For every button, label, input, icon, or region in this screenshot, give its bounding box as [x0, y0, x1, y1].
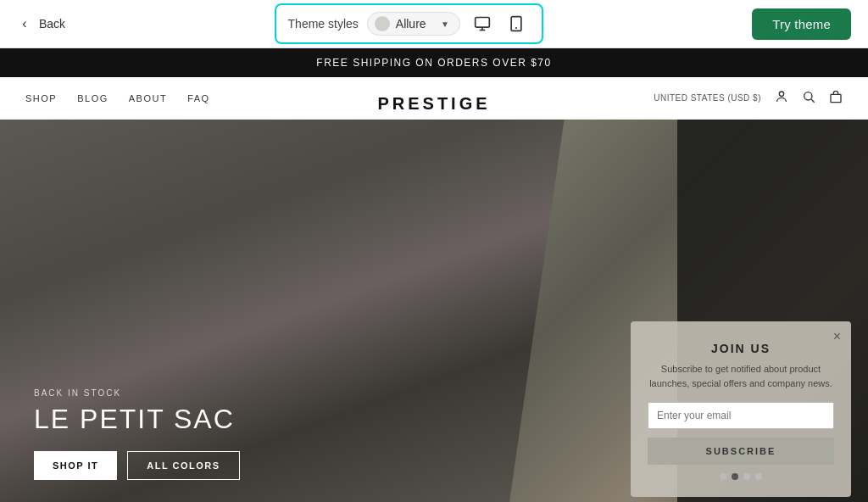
mobile-view-button[interactable]	[503, 10, 530, 37]
svg-point-6	[804, 92, 812, 99]
svg-line-7	[811, 99, 815, 103]
back-button[interactable]: ‹ Back	[17, 16, 65, 31]
svg-point-5	[779, 92, 783, 96]
svg-rect-8	[831, 94, 841, 102]
nav-links: SHOP BLOG ABOUT FAQ	[25, 93, 210, 103]
subscribe-button[interactable]: SUBSCRIBE	[648, 438, 834, 465]
desktop-view-button[interactable]	[469, 10, 496, 37]
pagination-dot-2[interactable]	[732, 473, 738, 480]
popup-title: JOIN US	[648, 342, 834, 355]
nav-shop[interactable]: SHOP	[25, 93, 57, 103]
chevron-down-icon: ▼	[441, 20, 449, 29]
hero-content: BACK IN STOCK LE PETIT SAC SHOP IT ALL C…	[34, 388, 240, 480]
theme-styles-selector: Theme styles Allure ▼	[275, 3, 543, 44]
shop-it-button[interactable]: SHOP IT	[34, 451, 117, 480]
nav-blog[interactable]: BLOG	[77, 93, 108, 103]
hero-eyebrow: BACK IN STOCK	[34, 388, 240, 398]
account-icon[interactable]	[775, 90, 788, 107]
try-theme-button[interactable]: Try theme	[752, 8, 851, 40]
country-selector[interactable]: UNITED STATES (USD $)	[654, 93, 761, 103]
theme-styles-label: Theme styles	[288, 17, 359, 31]
back-arrow-icon: ‹	[17, 16, 32, 31]
nav-right: UNITED STATES (USD $)	[654, 90, 843, 107]
device-icons-group	[469, 10, 530, 37]
hero-buttons: SHOP IT ALL COLORS	[34, 451, 240, 480]
pagination-dot-3[interactable]	[743, 473, 750, 480]
popup-pagination-dots	[648, 473, 834, 480]
popup-description: Subscribe to get notified about product …	[648, 362, 834, 390]
store-nav: SHOP BLOG ABOUT FAQ PRESTIGE UNITED STAT…	[0, 77, 868, 120]
back-label: Back	[39, 17, 65, 31]
pagination-dot-1[interactable]	[720, 473, 726, 480]
nav-about[interactable]: ABOUT	[129, 93, 167, 103]
svg-rect-0	[475, 18, 489, 28]
pagination-dot-4[interactable]	[755, 473, 762, 480]
mobile-icon	[508, 15, 525, 32]
theme-name: Allure	[396, 17, 435, 31]
cart-icon[interactable]	[829, 90, 843, 107]
announcement-text: FREE SHIPPING ON ORDERS OVER $70	[316, 57, 551, 69]
hero-area: BACK IN STOCK LE PETIT SAC SHOP IT ALL C…	[0, 120, 868, 502]
popup-close-button[interactable]: ×	[833, 330, 841, 343]
desktop-icon	[474, 15, 491, 32]
search-icon[interactable]	[802, 90, 815, 107]
theme-dropdown[interactable]: Allure ▼	[367, 12, 460, 36]
theme-color-dot	[375, 16, 390, 31]
store-preview: FREE SHIPPING ON ORDERS OVER $70 SHOP BL…	[0, 48, 868, 502]
join-popup: × JOIN US Subscribe to get notified abou…	[631, 321, 851, 497]
toolbar: ‹ Back Theme styles Allure ▼	[0, 0, 868, 48]
hero-title: LE PETIT SAC	[34, 404, 240, 434]
store-logo[interactable]: PRESTIGE	[377, 94, 490, 114]
announcement-bar: FREE SHIPPING ON ORDERS OVER $70	[0, 48, 868, 77]
nav-faq[interactable]: FAQ	[187, 93, 210, 103]
popup-email-input[interactable]	[648, 402, 834, 429]
all-colors-button[interactable]: ALL COLORS	[127, 451, 239, 480]
